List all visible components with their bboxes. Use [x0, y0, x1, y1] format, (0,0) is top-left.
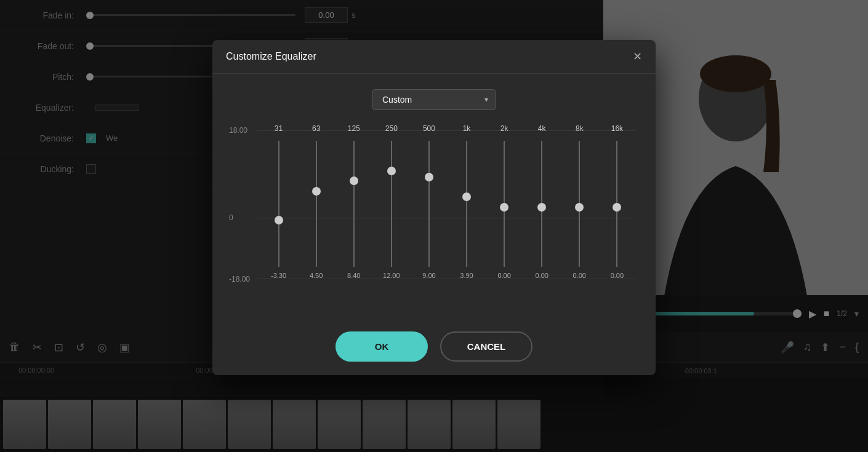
preset-wrapper: Custom Flat Bass Boost Treble Boost Voca…: [372, 89, 496, 110]
eq-band-125: 1258.40: [335, 138, 372, 282]
eq-band-500: 5009.00: [410, 138, 448, 282]
eq-container: 18.00 0 -18.00 31-3.30634.501258.4025012…: [226, 125, 642, 310]
band-handle-63[interactable]: [312, 187, 321, 196]
eq-band-2k: 2k0.00: [486, 138, 523, 282]
band-handle-1k[interactable]: [462, 192, 471, 201]
ok-button[interactable]: OK: [336, 331, 428, 362]
preset-select[interactable]: Custom Flat Bass Boost Treble Boost Voca…: [372, 89, 496, 110]
band-freq-63: 63: [312, 124, 320, 133]
eq-band-1k: 1k3.90: [448, 138, 485, 282]
band-handle-4k[interactable]: [537, 203, 546, 212]
band-value-63: 4.50: [310, 272, 323, 279]
y-label-bottom: -18.00: [229, 275, 250, 283]
band-handle-2k[interactable]: [500, 203, 508, 212]
band-track-1k[interactable]: [466, 141, 467, 267]
customize-equalizer-dialog: Customize Equalizer ✕ Custom Flat Bass B…: [212, 40, 656, 375]
band-freq-500: 500: [423, 124, 435, 133]
dialog-title: Customize Equalizer: [226, 51, 316, 62]
eq-band-31: 31-3.30: [260, 138, 297, 282]
band-track-250[interactable]: [391, 141, 392, 267]
band-track-63[interactable]: [316, 141, 317, 267]
band-handle-125[interactable]: [350, 176, 358, 185]
band-freq-4k: 4k: [538, 124, 546, 133]
band-handle-500[interactable]: [425, 173, 433, 181]
band-value-125: 8.40: [347, 272, 360, 279]
dialog-footer: OK CANCEL: [212, 322, 656, 375]
band-value-31: -3.30: [271, 272, 286, 279]
band-freq-1k: 1k: [463, 124, 471, 133]
cancel-button[interactable]: CANCEL: [440, 331, 532, 362]
eq-band-63: 634.50: [297, 138, 335, 282]
band-value-2k: 0.00: [497, 272, 510, 279]
band-value-16k: 0.00: [611, 272, 624, 279]
y-label-mid: 0: [229, 213, 233, 222]
band-handle-16k[interactable]: [613, 203, 621, 212]
preset-row: Custom Flat Bass Boost Treble Boost Voca…: [226, 89, 642, 110]
band-value-1k: 3.90: [460, 272, 473, 279]
eq-band-250: 25012.00: [372, 138, 410, 282]
band-value-500: 9.00: [422, 272, 435, 279]
band-freq-250: 250: [385, 124, 398, 133]
band-track-500[interactable]: [428, 141, 430, 267]
band-track-125[interactable]: [353, 141, 355, 267]
band-value-4k: 0.00: [535, 272, 548, 279]
dialog-header: Customize Equalizer ✕: [212, 40, 656, 74]
band-handle-8k[interactable]: [575, 203, 584, 212]
band-freq-8k: 8k: [576, 124, 584, 133]
band-freq-125: 125: [348, 124, 360, 133]
eq-band-4k: 4k0.00: [523, 138, 561, 282]
band-track-31[interactable]: [278, 141, 279, 267]
band-freq-2k: 2k: [500, 124, 508, 133]
band-freq-16k: 16k: [611, 124, 623, 133]
band-handle-31[interactable]: [275, 216, 283, 224]
eq-band-8k: 8k0.00: [561, 138, 598, 282]
dialog-close-button[interactable]: ✕: [633, 51, 642, 62]
eq-band-16k: 16k0.00: [598, 138, 636, 282]
eq-bands: 31-3.30634.501258.4025012.005009.001k3.9…: [260, 138, 636, 282]
dialog-body: Custom Flat Bass Boost Treble Boost Voca…: [212, 74, 656, 322]
band-handle-250[interactable]: [387, 167, 396, 175]
dialog-overlay: Customize Equalizer ✕ Custom Flat Bass B…: [0, 0, 868, 452]
y-label-top: 18.00: [229, 126, 247, 135]
band-value-250: 12.00: [383, 272, 400, 279]
band-value-8k: 0.00: [573, 272, 586, 279]
band-freq-31: 31: [275, 124, 283, 133]
